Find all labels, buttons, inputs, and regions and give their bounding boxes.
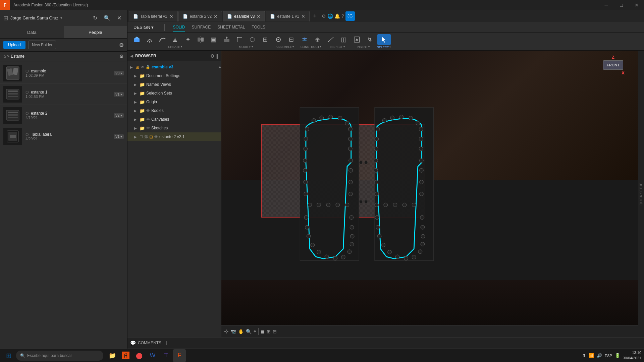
- list-item[interactable]: ⬡ estante 1 1:02:53 PM V1 ▾: [0, 84, 127, 105]
- display-mode-icon[interactable]: ◼: [261, 329, 265, 334]
- doc-tab-3[interactable]: 📄 esamble v3 ✕: [223, 11, 265, 21]
- inspect-arrow[interactable]: ▾: [343, 45, 345, 48]
- doc-tab-1[interactable]: 📄 Tabla lateral v1 ✕: [129, 11, 178, 21]
- new-tab-button[interactable]: +: [310, 11, 320, 21]
- list-item[interactable]: ⬡ Tabla lateral 4/29/21 V1 ▾: [0, 126, 127, 147]
- notification-icon[interactable]: 🔔: [334, 13, 340, 19]
- tab-close-icon[interactable]: ✕: [257, 14, 261, 19]
- visibility-icon[interactable]: 👁: [146, 117, 150, 121]
- create-arrow[interactable]: ▾: [181, 45, 182, 48]
- visibility-icon[interactable]: 👁: [146, 126, 150, 130]
- assemble-rigid-group-button[interactable]: ⊟: [285, 35, 297, 45]
- version-badge[interactable]: V1 ▾: [114, 134, 124, 139]
- create-pattern-button[interactable]: ✦: [182, 35, 194, 45]
- close-button[interactable]: ✕: [629, 0, 644, 10]
- start-button[interactable]: ⊞: [3, 350, 15, 362]
- help-icon[interactable]: ?: [341, 13, 344, 19]
- tab-close-icon[interactable]: ✕: [169, 14, 173, 19]
- panel-settings-icon[interactable]: ⚙: [119, 42, 124, 48]
- create-revolve-button[interactable]: [144, 35, 156, 45]
- env-icon[interactable]: ⊟: [273, 329, 277, 334]
- doc-tab-4[interactable]: 📄 estante 1 v1 ✕: [266, 11, 309, 21]
- version-badge[interactable]: V1 ▾: [114, 92, 124, 97]
- account-icon[interactable]: JG: [345, 11, 355, 21]
- taskbar-app-word[interactable]: W: [146, 349, 159, 362]
- taskbar-app-files[interactable]: 📁: [106, 349, 119, 362]
- create-loft-button[interactable]: [169, 35, 181, 45]
- browser-collapse-icon[interactable]: ◀: [130, 54, 133, 58]
- tree-item-sketches[interactable]: ▶ 📁 👁 Sketches: [127, 124, 221, 132]
- fit-icon[interactable]: ⌖: [254, 328, 256, 334]
- maximize-button[interactable]: □: [614, 0, 629, 10]
- list-item[interactable]: ⬡ estante 2 4/19/21 V2 ▾: [0, 105, 127, 126]
- camera-icon[interactable]: 📷: [230, 329, 236, 334]
- minimize-button[interactable]: ─: [599, 0, 614, 10]
- browser-collapse-right-icon[interactable]: ‖: [216, 53, 218, 59]
- modify-arrow[interactable]: ▾: [252, 45, 253, 48]
- version-badge[interactable]: V3 ▾: [114, 71, 124, 75]
- mode-tab-tools[interactable]: TOOLS: [252, 23, 265, 32]
- browser-root-item[interactable]: ▶ ⊞ 👁 🔒 esamble v3 ●: [127, 63, 221, 71]
- insert-arrow[interactable]: ▾: [368, 45, 370, 48]
- modify-shell-button[interactable]: ⬡: [246, 35, 258, 45]
- close-search-button[interactable]: ✕: [114, 13, 124, 23]
- assemble-arrow[interactable]: ▾: [292, 45, 294, 48]
- taskbar-app-fusion[interactable]: F: [173, 349, 186, 362]
- taskbar-app-teams[interactable]: T: [160, 349, 172, 362]
- create-sweep-button[interactable]: [156, 35, 168, 45]
- create-more-button[interactable]: ▣: [207, 35, 219, 45]
- select-arrow[interactable]: ▾: [389, 46, 391, 49]
- tree-item-origin[interactable]: ▶ 📁 Origin: [127, 98, 221, 106]
- snap-controls-icon[interactable]: ⊹: [224, 328, 228, 335]
- tab-data[interactable]: Data: [0, 26, 64, 38]
- user-name[interactable]: Jorge Garcia Santa Cruz: [10, 15, 58, 20]
- taskbar-search[interactable]: 🔍 Escribe aquí para buscar: [16, 351, 103, 361]
- create-mirror-button[interactable]: [195, 35, 207, 45]
- refresh-button[interactable]: ↻: [90, 13, 100, 23]
- tab-settings-icon[interactable]: ⚙: [322, 13, 326, 19]
- construct-more-button[interactable]: ⊕: [311, 35, 323, 45]
- modify-press-pull-button[interactable]: [221, 35, 233, 45]
- doc-tab-2[interactable]: 📄 estante 2 v2 ✕: [178, 11, 222, 21]
- select-button[interactable]: [377, 34, 391, 45]
- root-visibility-icon[interactable]: 👁: [141, 65, 144, 69]
- viewport[interactable]: Z FRONT X ⊹ 📷 ✋ 🔍 ⌖ ◼ ⊞ ⊟: [221, 51, 638, 337]
- tree-item-selection-sets[interactable]: ▶ 📁 Selection Sets: [127, 89, 221, 98]
- mode-tab-solid[interactable]: SOLID: [173, 23, 185, 32]
- search-button[interactable]: 🔍: [102, 13, 112, 23]
- assemble-joint-button[interactable]: [272, 35, 284, 45]
- upload-button[interactable]: Upload: [3, 41, 25, 49]
- version-badge[interactable]: V2 ▾: [114, 113, 124, 118]
- zoom-icon[interactable]: 🔍: [246, 329, 252, 334]
- home-crumb[interactable]: ⌂: [3, 54, 6, 59]
- tree-item-estante2[interactable]: ▶ ☐ ⛓ ⊞ 👁 estante 2 v2:1: [127, 132, 221, 141]
- tree-item-canvases[interactable]: ▶ 📁 👁 Canvases: [127, 115, 221, 124]
- tab-close-icon[interactable]: ✕: [214, 14, 218, 19]
- folder-settings-icon[interactable]: ⚙: [119, 54, 124, 59]
- modify-more-button[interactable]: ⊞: [259, 35, 271, 45]
- create-extrude-button[interactable]: [131, 35, 143, 45]
- insert-derived-button[interactable]: [351, 35, 363, 45]
- online-icon[interactable]: 🌐: [327, 13, 333, 19]
- tree-item-bodies[interactable]: ▶ 📁 👁 Bodies: [127, 106, 221, 115]
- tab-close-icon[interactable]: ✕: [301, 14, 305, 19]
- cube-front-face[interactable]: FRONT: [603, 60, 623, 70]
- inspect-measure-button[interactable]: [325, 35, 337, 45]
- insert-more-button[interactable]: ↯: [364, 35, 376, 45]
- design-mode-button[interactable]: DESIGN ▾: [131, 23, 156, 31]
- tree-item-doc-settings[interactable]: ▶ 📁 Document Settings: [127, 71, 221, 80]
- tree-item-named-views[interactable]: ▶ 📁 Named Views: [127, 80, 221, 89]
- pan-icon[interactable]: ✋: [238, 329, 244, 334]
- comments-expand-icon[interactable]: ‖: [165, 341, 167, 345]
- taskbar-app-autocad[interactable]: 🅰: [119, 349, 132, 362]
- mode-tab-sheet-metal[interactable]: SHEET METAL: [217, 23, 245, 32]
- mode-tab-surface[interactable]: SURFACE: [192, 23, 211, 32]
- grid-icon[interactable]: ⊞: [267, 329, 271, 334]
- list-item[interactable]: ⬡ esamble 1:02:39 PM V3 ▾: [0, 63, 127, 84]
- view-cube[interactable]: Z FRONT X: [602, 55, 625, 77]
- new-folder-button[interactable]: New Folder: [28, 41, 56, 49]
- inspect-section-button[interactable]: ◫: [337, 35, 350, 45]
- construct-arrow[interactable]: ▾: [320, 45, 321, 48]
- tab-people[interactable]: People: [64, 26, 127, 38]
- visibility-icon[interactable]: 👁: [146, 109, 150, 113]
